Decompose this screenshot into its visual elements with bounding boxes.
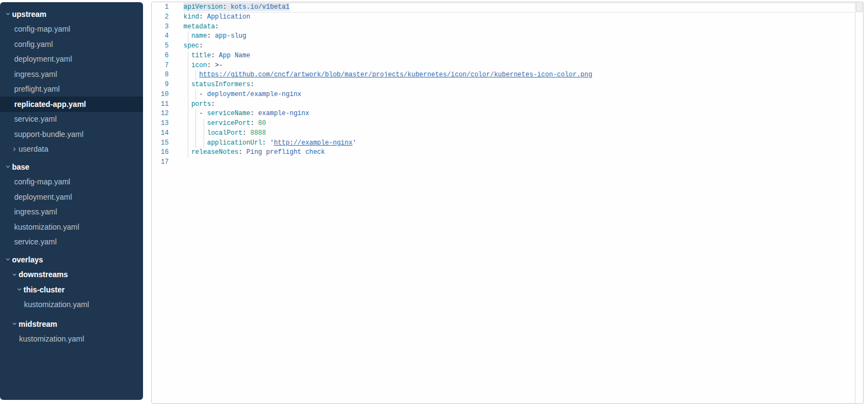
- code-line-5[interactable]: 5spec:: [152, 41, 855, 51]
- code-token-punct: >-: [215, 62, 223, 69]
- tree-item-label: support-bundle.yaml: [14, 130, 84, 139]
- code-line-2[interactable]: 2kind: Application: [152, 13, 855, 22]
- indent-guide-line: [195, 109, 196, 119]
- editor-scrollbar[interactable]: [855, 2, 863, 403]
- line-content: - serviceName: example-nginx: [183, 109, 855, 119]
- tree-file-kustomization.yaml[interactable]: kustomization.yaml: [0, 332, 143, 347]
- indent-guide-line: [188, 100, 188, 110]
- tree-folder-upstream[interactable]: upstream: [0, 7, 143, 22]
- line-number: 6: [152, 51, 169, 61]
- line-content: releaseNotes: Ping preflight check: [183, 148, 855, 158]
- code-token-key: icon: [191, 62, 207, 69]
- indent-guide-line: [188, 119, 188, 129]
- code-token-punct: -: [199, 110, 207, 117]
- tree-item-label: ingress.yaml: [14, 207, 57, 216]
- code-token-plain: [183, 91, 199, 98]
- line-content: ports:: [183, 100, 855, 110]
- tree-folder-this-cluster[interactable]: this-cluster: [0, 282, 143, 297]
- chevron-down-icon[interactable]: [12, 321, 17, 326]
- tree-file-service.yaml[interactable]: service.yaml: [0, 112, 143, 127]
- tree-folder-overlays[interactable]: overlays: [0, 252, 143, 267]
- code-token-str: ': [353, 139, 356, 147]
- tree-folder-downstreams[interactable]: downstreams: [0, 267, 143, 283]
- tree-file-config-map.yaml[interactable]: config-map.yaml: [0, 22, 143, 37]
- indent-guide-line: [204, 119, 204, 129]
- code-line-7[interactable]: 7 icon: >-: [152, 61, 855, 71]
- chevron-down-icon[interactable]: [12, 272, 17, 277]
- code-line-9[interactable]: 9 statusInformers:: [152, 80, 855, 90]
- code-token-key: metadata: [183, 23, 215, 31]
- indent-guide-line: [195, 119, 196, 129]
- chevron-down-icon[interactable]: [5, 11, 10, 16]
- code-token-key: kind: [183, 13, 199, 21]
- tree-item-label: upstream: [12, 10, 46, 19]
- code-token-num: 8888: [250, 129, 266, 137]
- tree-file-config.yaml[interactable]: config.yaml: [0, 37, 143, 52]
- code-line-6[interactable]: 6 title: App Name: [152, 51, 855, 61]
- tree-file-service.yaml[interactable]: service.yaml: [0, 235, 143, 250]
- tree-file-support-bundle.yaml[interactable]: support-bundle.yaml: [0, 127, 143, 142]
- indent-guide-line: [188, 51, 188, 61]
- code-token-key: ports: [191, 100, 211, 108]
- line-content: localPort: 8888: [183, 129, 855, 139]
- code-link[interactable]: https://github.com/cncf/artwork/blob/mas…: [199, 71, 592, 79]
- code-line-14[interactable]: 14 localPort: 8888: [152, 129, 855, 139]
- code-token-punct: :: [239, 148, 246, 156]
- code-token-str: deployment/example-nginx: [207, 91, 301, 98]
- code-token-num: 80: [258, 119, 266, 127]
- tree-folder-midstream[interactable]: midstream: [0, 316, 143, 332]
- chevron-down-icon[interactable]: [5, 257, 10, 262]
- tree-folder-base[interactable]: base: [0, 159, 143, 175]
- code-line-17[interactable]: 17: [152, 158, 855, 167]
- code-line-15[interactable]: 15 applicationUrl: 'http://example-nginx…: [152, 139, 855, 148]
- tree-file-deployment.yaml[interactable]: deployment.yaml: [0, 52, 143, 67]
- line-number: 4: [152, 32, 169, 41]
- tree-file-ingress.yaml[interactable]: ingress.yaml: [0, 205, 143, 220]
- tree-folder-userdata[interactable]: userdata: [0, 142, 143, 157]
- tree-item-label: service.yaml: [14, 237, 57, 246]
- indent-guide-line: [204, 139, 204, 148]
- code-line-12[interactable]: 12 - serviceName: example-nginx: [152, 109, 855, 119]
- indent-guide-line: [188, 90, 188, 100]
- tree-file-config-map.yaml[interactable]: config-map.yaml: [0, 175, 143, 190]
- code-token-punct: :: [250, 81, 254, 88]
- indent-guide-line: [188, 80, 188, 90]
- file-tree-sidebar: upstreamconfig-map.yamlconfig.yamldeploy…: [0, 2, 143, 400]
- line-number: 13: [152, 119, 169, 129]
- code-line-10[interactable]: 10 - deployment/example-nginx: [152, 90, 855, 100]
- code-area: 1apiVersion: kots.io/v1beta12kind: Appli…: [152, 3, 855, 403]
- chevron-down-icon[interactable]: [17, 287, 22, 292]
- chevron-down-icon[interactable]: [5, 164, 10, 169]
- code-line-3[interactable]: 3metadata:: [152, 22, 855, 32]
- tree-file-ingress.yaml[interactable]: ingress.yaml: [0, 67, 143, 82]
- line-number: 17: [152, 158, 169, 167]
- tree-item-label: preflight.yaml: [14, 85, 60, 93]
- code-line-4[interactable]: 4 name: app-slug: [152, 32, 855, 41]
- tree-item-label: deployment.yaml: [14, 193, 72, 201]
- line-content: apiVersion: kots.io/v1beta1: [183, 3, 855, 13]
- code-editor-panel: 1apiVersion: kots.io/v1beta12kind: Appli…: [151, 2, 864, 404]
- code-line-16[interactable]: 16 releaseNotes: Ping preflight check: [152, 148, 855, 158]
- scrollbar-thumb[interactable]: [856, 2, 863, 12]
- tree-file-preflight.yaml[interactable]: preflight.yaml: [0, 82, 143, 97]
- chevron-right-icon[interactable]: [12, 147, 17, 152]
- tree-file-kustomization.yaml[interactable]: kustomization.yaml: [0, 297, 143, 313]
- indent-guide-line: [188, 109, 188, 119]
- code-line-13[interactable]: 13 servicePort: 80: [152, 119, 855, 129]
- tree-file-replicated-app.yaml[interactable]: replicated-app.yaml: [0, 97, 143, 112]
- tree-item-label: kustomization.yaml: [24, 300, 89, 309]
- code-line-1[interactable]: 1apiVersion: kots.io/v1beta1: [152, 3, 855, 13]
- code-line-11[interactable]: 11 ports:: [152, 100, 855, 110]
- line-number: 8: [152, 70, 169, 80]
- code-token-punct: -: [199, 91, 207, 98]
- line-content: - deployment/example-nginx: [183, 90, 855, 100]
- line-content: servicePort: 80: [183, 119, 855, 129]
- code-line-8[interactable]: 8 https://github.com/cncf/artwork/blob/m…: [152, 70, 855, 80]
- tree-file-kustomization.yaml[interactable]: kustomization.yaml: [0, 219, 143, 235]
- line-number: 15: [152, 139, 169, 148]
- tree-item-label: this-cluster: [23, 285, 64, 294]
- line-number: 3: [152, 22, 169, 32]
- code-link[interactable]: http://example-nginx: [274, 139, 353, 147]
- line-content: name: app-slug: [183, 32, 855, 41]
- tree-file-deployment.yaml[interactable]: deployment.yaml: [0, 189, 143, 205]
